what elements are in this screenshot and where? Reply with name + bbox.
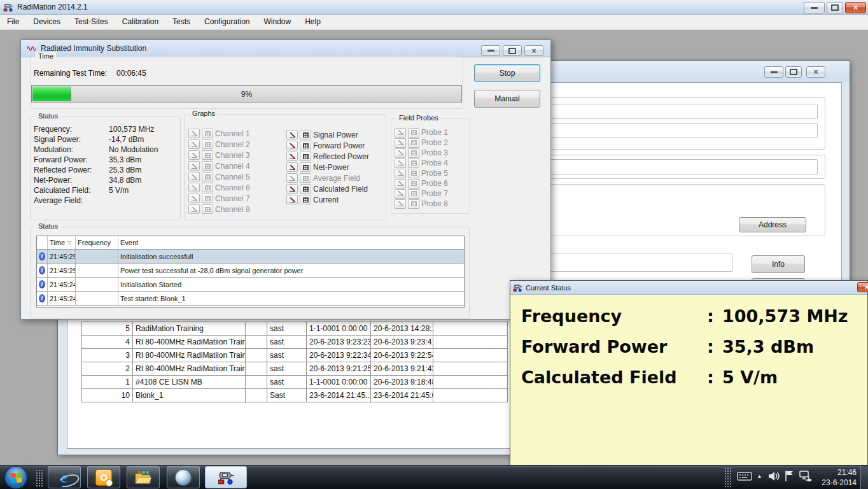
graph-table-button[interactable] <box>300 130 311 139</box>
graph-table-button[interactable] <box>300 184 311 194</box>
probe-chart-button[interactable] <box>395 169 406 178</box>
probe-chart-button[interactable] <box>395 128 406 138</box>
menu-test-sites[interactable]: Test-Sites <box>67 15 115 29</box>
event-row[interactable]: i 21:45:25 Initialisation successfull <box>37 250 464 264</box>
header-event[interactable]: Event <box>118 236 464 249</box>
graph-chart-button[interactable] <box>188 161 200 171</box>
info-button[interactable]: Info <box>752 255 805 273</box>
graph-table-button[interactable] <box>300 173 311 183</box>
menu-file[interactable]: File <box>0 15 26 29</box>
graph-table-button[interactable] <box>202 129 213 138</box>
graph-chart-button[interactable] <box>188 129 200 138</box>
probe-table-button[interactable] <box>408 169 419 178</box>
graph-table-button[interactable] <box>300 141 311 150</box>
table-row[interactable]: 3 RI 80-400MHz RadiMatiion Training sast… <box>82 349 507 362</box>
graph-table-button[interactable] <box>202 150 213 160</box>
probe-chart-button[interactable] <box>395 199 406 209</box>
menu-window[interactable]: Window <box>257 15 298 29</box>
taskbar-outlook[interactable]: O <box>87 466 120 488</box>
table-row[interactable]: 10 Blonk_1 Sast 23-6-2014 21:45... 23-6-… <box>82 389 507 402</box>
manual-button[interactable]: Manual <box>474 90 540 108</box>
tray-grip[interactable] <box>724 467 731 488</box>
table-row[interactable]: 2 RI 80-400MHz RadiMatiion Training sast… <box>82 362 507 376</box>
graph-chart-button[interactable] <box>286 173 298 183</box>
tray-clock[interactable]: 21:46 23-6-2014 <box>816 467 857 488</box>
volume-icon[interactable] <box>767 471 780 482</box>
table-row[interactable]: 4 RI 80-400MHz RadiMatiion Training sast… <box>82 336 507 349</box>
taskbar-internet-explorer[interactable]: e <box>48 466 81 488</box>
graph-chart-button[interactable] <box>188 183 200 192</box>
taskbar-explorer[interactable] <box>127 466 160 488</box>
probe-table-button[interactable] <box>408 138 419 148</box>
graph-chart-button[interactable] <box>188 172 200 181</box>
doc-minimize-button[interactable] <box>764 66 783 78</box>
graph-chart-button[interactable] <box>286 152 298 161</box>
event-row[interactable]: i 21:45:24 Initialisation Started <box>37 278 464 292</box>
menu-tests[interactable]: Tests <box>165 15 197 29</box>
graph-table-button[interactable] <box>202 139 213 149</box>
minimize-button[interactable] <box>804 2 825 13</box>
dialog-restore-button[interactable] <box>503 45 522 56</box>
graph-table-button[interactable] <box>202 183 213 192</box>
menu-devices[interactable]: Devices <box>26 15 67 29</box>
graph-chart-button[interactable] <box>188 194 200 203</box>
graph-table-button[interactable] <box>300 162 311 172</box>
action-center-flag-icon[interactable] <box>785 470 794 482</box>
network-icon[interactable] <box>797 470 813 483</box>
probe-table-button[interactable] <box>408 148 419 158</box>
probe-table-button[interactable] <box>408 189 419 199</box>
graph-table-button[interactable] <box>202 172 213 181</box>
dialog-minimize-button[interactable] <box>481 45 500 56</box>
graph-table-button[interactable] <box>202 161 213 171</box>
probe-chart-button[interactable] <box>395 159 406 168</box>
probe-chart-button[interactable] <box>395 189 406 199</box>
graph-chart-button[interactable] <box>188 139 200 149</box>
graph-table-button[interactable] <box>300 152 311 161</box>
probe-table-button[interactable] <box>408 199 419 209</box>
doc-close-button[interactable]: × <box>806 66 825 78</box>
dialog-close-button[interactable]: × <box>524 45 543 56</box>
graph-chart-button[interactable] <box>286 195 298 204</box>
graph-chart-button[interactable] <box>286 130 298 139</box>
probe-table-button[interactable] <box>408 179 419 188</box>
taskbar-radimation[interactable] <box>205 466 247 488</box>
probe-chart-button[interactable] <box>395 148 406 158</box>
taskbar-grip[interactable] <box>36 469 43 486</box>
header-time[interactable]: Time▽ <box>48 236 76 249</box>
header-frequency[interactable]: Frequency <box>76 236 118 249</box>
graph-chart-button[interactable] <box>286 162 298 172</box>
start-button[interactable] <box>4 466 27 489</box>
probe-chart-button[interactable] <box>395 138 406 148</box>
taskbar-trust-app[interactable] <box>167 466 200 488</box>
restore-button[interactable] <box>827 2 843 13</box>
menu-configuration[interactable]: Configuration <box>197 15 256 29</box>
show-desktop-button[interactable] <box>860 465 868 489</box>
address-button[interactable]: Address <box>739 217 806 232</box>
stop-button[interactable]: Stop <box>474 64 540 82</box>
main-window-titlebar[interactable]: RadiMation 2014.2.1 <box>0 0 868 15</box>
dialog-titlebar[interactable]: Radiated Immunity Substitution <box>21 40 550 57</box>
probe-chart-button[interactable] <box>395 179 406 188</box>
tray-expand-icon[interactable]: ▲ <box>757 473 762 479</box>
graph-table-button[interactable] <box>202 204 213 214</box>
close-button[interactable]: × <box>845 2 866 13</box>
graph-chart-button[interactable] <box>188 204 200 214</box>
graph-chart-button[interactable] <box>286 184 298 194</box>
graph-chart-button[interactable] <box>188 150 200 160</box>
graph-chart-button[interactable] <box>286 141 298 150</box>
probe-table-button[interactable] <box>408 159 419 168</box>
probe-table-button[interactable] <box>408 128 419 138</box>
table-row[interactable]: 1 #4108 CE LISN MB sast 1-1-0001 0:00:00… <box>82 376 507 389</box>
time-group-label: Time <box>36 52 56 60</box>
cs-close-button[interactable]: × <box>857 282 868 292</box>
graph-table-button[interactable] <box>300 195 311 204</box>
event-row[interactable]: i 21:45:24 Test started: Blonk_1 <box>37 292 464 306</box>
keyboard-icon[interactable] <box>737 471 752 481</box>
current-status-titlebar[interactable]: Current Status × <box>510 281 867 295</box>
graph-table-button[interactable] <box>202 194 213 203</box>
menu-calibration[interactable]: Calibration <box>115 15 165 29</box>
table-row[interactable]: 5 RadiMation Training sast 1-1-0001 0:00… <box>82 322 507 336</box>
doc-restore-button[interactable] <box>785 66 802 78</box>
event-row[interactable]: i 21:45:25 Power test successful at -28,… <box>37 264 464 278</box>
menu-help[interactable]: Help <box>298 15 328 29</box>
